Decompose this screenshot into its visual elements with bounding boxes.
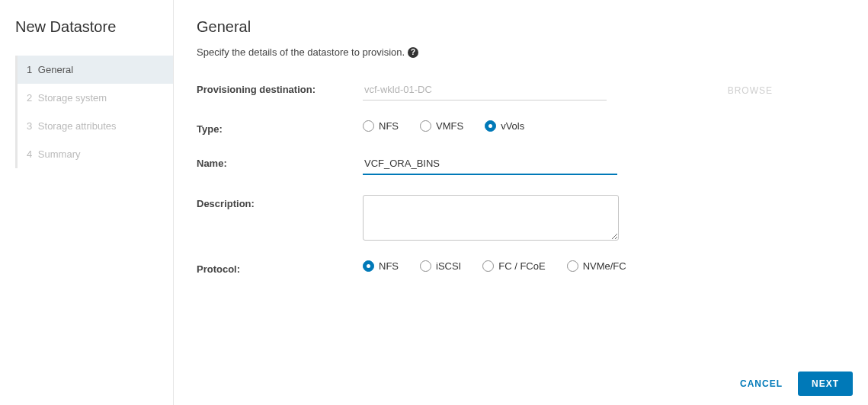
control-protocol: NFS iSCSI FC / FCoE NVMe/FC: [363, 260, 782, 272]
panel-title: General: [197, 18, 847, 36]
radio-protocol-nfs[interactable]: NFS: [363, 260, 399, 272]
wizard-title: New Datastore: [14, 18, 173, 36]
radio-label: FC / FCoE: [498, 260, 545, 272]
wizard-step-general[interactable]: 1 General: [15, 56, 173, 84]
radio-type-vmfs[interactable]: VMFS: [420, 120, 463, 132]
radio-label: vVols: [501, 120, 524, 132]
wizard-steps: 1 General 2 Storage system 3 Storage att…: [15, 56, 173, 168]
radio-circle-icon: [363, 260, 374, 272]
wizard-step-num: 4: [27, 148, 32, 160]
row-type: Type: NFS VMFS vVols: [197, 120, 847, 135]
footer-actions: CANCEL NEXT: [735, 372, 853, 396]
name-input[interactable]: [363, 155, 617, 175]
radio-label: iSCSI: [436, 260, 461, 272]
radio-type-vvols[interactable]: vVols: [485, 120, 524, 132]
radio-protocol-iscsi[interactable]: iSCSI: [420, 260, 461, 272]
label-type: Type:: [197, 120, 363, 135]
row-description: Description:: [197, 195, 847, 241]
wizard-step-label: Storage attributes: [38, 120, 117, 132]
row-name: Name:: [197, 155, 847, 175]
control-description: [363, 195, 782, 241]
control-type: NFS VMFS vVols: [363, 120, 782, 132]
wizard-step-num: 1: [27, 64, 32, 75]
radio-circle-icon: [420, 260, 431, 272]
radio-type-nfs[interactable]: NFS: [363, 120, 399, 132]
row-provisioning-destination: Provisioning destination: BROWSE: [197, 81, 847, 100]
wizard-step-label: Storage system: [38, 92, 107, 104]
radio-circle-icon: [567, 260, 578, 272]
wizard-sidebar: New Datastore 1 General 2 Storage system…: [0, 0, 174, 405]
radio-label: VMFS: [436, 120, 463, 132]
wizard-step-label: Summary: [38, 148, 81, 160]
panel-subtitle-text: Specify the details of the datastore to …: [197, 46, 405, 58]
label-description: Description:: [197, 195, 363, 209]
radio-circle-icon: [485, 120, 496, 132]
row-protocol: Protocol: NFS iSCSI FC / FCoE NVMe/FC: [197, 260, 847, 275]
control-name: [363, 155, 782, 175]
description-input[interactable]: [363, 195, 619, 241]
cancel-button[interactable]: CANCEL: [735, 372, 787, 395]
type-radio-group: NFS VMFS vVols: [363, 120, 524, 132]
radio-protocol-nvme-fc[interactable]: NVMe/FC: [567, 260, 626, 272]
panel-subtitle: Specify the details of the datastore to …: [197, 46, 847, 58]
wizard-step-num: 3: [27, 120, 32, 132]
radio-circle-icon: [363, 120, 374, 132]
wizard-step-storage-system[interactable]: 2 Storage system: [15, 84, 173, 112]
panel-content: General Specify the details of the datas…: [174, 0, 868, 405]
next-button[interactable]: NEXT: [798, 372, 853, 396]
label-provisioning-destination: Provisioning destination:: [197, 81, 363, 95]
radio-circle-icon: [420, 120, 431, 132]
radio-circle-icon: [482, 260, 494, 272]
wizard-step-num: 2: [27, 92, 32, 104]
wizard-step-storage-attributes[interactable]: 3 Storage attributes: [15, 112, 173, 140]
browse-link[interactable]: BROWSE: [728, 85, 782, 96]
provisioning-destination-input: [363, 81, 607, 100]
wizard-step-summary[interactable]: 4 Summary: [15, 140, 173, 168]
label-name: Name:: [197, 155, 363, 169]
radio-label: NVMe/FC: [583, 260, 626, 272]
control-provisioning-destination: BROWSE: [363, 81, 782, 100]
radio-label: NFS: [379, 120, 399, 132]
wizard-step-label: General: [38, 64, 73, 75]
label-protocol: Protocol:: [197, 260, 363, 275]
radio-label: NFS: [379, 260, 399, 272]
radio-protocol-fc-fcoe[interactable]: FC / FCoE: [482, 260, 545, 272]
help-icon[interactable]: ?: [408, 47, 418, 58]
protocol-radio-group: NFS iSCSI FC / FCoE NVMe/FC: [363, 260, 626, 272]
